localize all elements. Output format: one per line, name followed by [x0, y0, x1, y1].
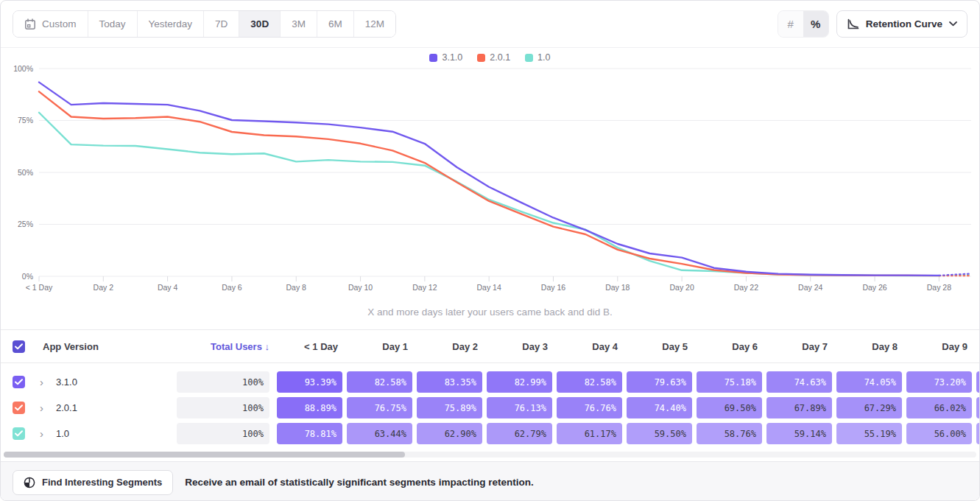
svg-text:50%: 50%: [18, 168, 33, 177]
footer-message: Receive an email of statistically signif…: [185, 477, 533, 488]
date-range-label: 30D: [250, 18, 269, 29]
retention-value-cell[interactable]: 76.13%: [487, 397, 552, 418]
day-column-headers: < 1 DayDay 1Day 2Day 3Day 4Day 5Day 6Day…: [277, 341, 976, 352]
toolbar: CustomTodayYesterday7D30D3M6M12M #% Rete…: [1, 1, 979, 48]
expand-chevron-icon[interactable]: ›: [40, 376, 50, 388]
retention-line-chart[interactable]: 0%25%50%75%100%< 1 DayDay 2Day 4Day 6Day…: [1, 48, 980, 329]
date-range-12m[interactable]: 12M: [353, 11, 395, 37]
date-range-7d[interactable]: 7D: [203, 11, 239, 37]
table-row: ›2.0.1100%88.89%76.75%75.89%76.13%76.76%…: [1, 395, 979, 421]
expand-chevron-icon[interactable]: ›: [40, 402, 50, 413]
retention-value-cell[interactable]: 69.50%: [697, 397, 762, 418]
retention-value-cell[interactable]: 76.76%: [557, 397, 622, 418]
retention-value-cell[interactable]: 82.99%: [487, 371, 552, 393]
total-users-cell: 100%: [177, 423, 269, 444]
retention-value-cell[interactable]: 88.89%: [277, 397, 342, 418]
table-header: App Version Total Users ↓ < 1 DayDay 1Da…: [1, 329, 979, 363]
date-range-3m[interactable]: 3M: [280, 11, 317, 37]
expand-chevron-icon[interactable]: ›: [40, 428, 50, 439]
svg-text:Day 4: Day 4: [158, 283, 178, 292]
retention-value-cell[interactable]: 58.76%: [697, 423, 762, 444]
legend-item-2.0.1[interactable]: 2.0.1: [477, 52, 510, 63]
row-app-version: 3.1.0: [56, 376, 77, 388]
retention-value-cell[interactable]: 82.58%: [347, 371, 412, 393]
column-header-day: Day 7: [766, 341, 832, 352]
table-row: ›1.0100%78.81%63.44%62.90%62.79%61.17%59…: [1, 421, 979, 446]
row-checkbox[interactable]: [13, 402, 25, 414]
column-header-day: < 1 Day: [277, 341, 342, 352]
retention-value-cell[interactable]: 75.18%: [697, 371, 762, 393]
legend-swatch: [525, 54, 533, 62]
svg-text:Day 18: Day 18: [605, 283, 630, 292]
legend-label: 1.0: [537, 52, 550, 63]
retention-value-cell[interactable]: 78.81%: [277, 423, 342, 444]
retention-value-cell[interactable]: 55.19%: [836, 423, 902, 444]
retention-value-cell-clipped[interactable]: [976, 371, 980, 393]
column-header-total-users[interactable]: Total Users ↓: [177, 341, 269, 352]
date-range-label: Today: [99, 18, 126, 29]
retention-value-cell[interactable]: 63.44%: [347, 423, 412, 444]
date-range-custom[interactable]: Custom: [13, 11, 88, 37]
retention-value-cell[interactable]: 62.79%: [487, 423, 552, 444]
retention-value-cell[interactable]: 74.63%: [766, 371, 832, 393]
svg-text:Day 12: Day 12: [412, 283, 437, 292]
date-range-30d[interactable]: 30D: [239, 11, 280, 37]
legend-item-1.0[interactable]: 1.0: [525, 52, 550, 63]
retention-value-cell[interactable]: 79.63%: [627, 371, 692, 393]
retention-value-cell[interactable]: 67.29%: [836, 397, 902, 418]
date-range-label: Custom: [42, 18, 77, 29]
column-header-day: Day 3: [487, 341, 552, 352]
date-range-today[interactable]: Today: [88, 11, 137, 37]
svg-text:75%: 75%: [18, 116, 33, 125]
percent-mode-button[interactable]: %: [803, 11, 828, 37]
retention-value-cell-clipped[interactable]: [976, 423, 980, 444]
retention-value-cell[interactable]: 59.50%: [627, 423, 692, 444]
svg-text:Day 20: Day 20: [669, 283, 694, 292]
legend-label: 3.1.0: [442, 52, 462, 63]
chart-type-dropdown[interactable]: Retention Curve: [836, 10, 967, 38]
retention-value-cell[interactable]: 76.75%: [347, 397, 412, 418]
svg-text:Day 22: Day 22: [734, 283, 758, 292]
select-all-checkbox[interactable]: [13, 340, 25, 353]
svg-text:25%: 25%: [18, 220, 33, 228]
date-range-label: 12M: [365, 18, 384, 29]
date-range-6m[interactable]: 6M: [317, 11, 353, 37]
chart-legend: 3.1.02.0.11.0: [1, 52, 979, 63]
row-checkbox[interactable]: [13, 376, 25, 388]
row-checkbox[interactable]: [13, 427, 25, 440]
retention-value-cell[interactable]: 66.02%: [906, 397, 972, 418]
legend-swatch: [477, 54, 485, 62]
find-segments-button[interactable]: Find Interesting Segments: [13, 470, 173, 495]
retention-value-cell[interactable]: 56.00%: [906, 423, 972, 444]
date-range-label: 7D: [215, 18, 228, 29]
retention-value-cell-clipped[interactable]: [976, 397, 980, 418]
row-fixed-cols: ›3.1.0100%: [1, 371, 277, 393]
retention-value-cell[interactable]: 83.35%: [417, 371, 482, 393]
check-icon: [15, 343, 23, 350]
retention-value-cell[interactable]: 62.90%: [417, 423, 482, 444]
legend-label: 2.0.1: [490, 52, 510, 63]
svg-text:Day 28: Day 28: [927, 283, 951, 292]
retention-value-cell[interactable]: 74.05%: [836, 371, 902, 393]
retention-chart: 0%25%50%75%100%< 1 DayDay 2Day 4Day 6Day…: [1, 48, 979, 329]
retention-value-cell[interactable]: 59.14%: [766, 423, 832, 444]
retention-value-cell[interactable]: 82.58%: [557, 371, 622, 393]
value-mode-toggle: #%: [778, 10, 829, 38]
svg-text:Day 24: Day 24: [798, 283, 822, 292]
scrollbar-thumb[interactable]: [4, 452, 405, 458]
chart-subtitle: X and more days later your users came ba…: [1, 306, 979, 318]
absolute-mode-button[interactable]: #: [778, 11, 803, 37]
column-header-day: Day 5: [627, 341, 692, 352]
total-users-cell: 100%: [177, 397, 269, 418]
retention-value-cell[interactable]: 75.89%: [417, 397, 482, 418]
date-range-yesterday[interactable]: Yesterday: [137, 11, 204, 37]
retention-value-cell[interactable]: 74.40%: [627, 397, 692, 418]
retention-value-cell[interactable]: 73.20%: [906, 371, 972, 393]
svg-text:< 1 Day: < 1 Day: [26, 283, 53, 292]
retention-value-cell[interactable]: 61.17%: [557, 423, 622, 444]
legend-item-3.1.0[interactable]: 3.1.0: [429, 52, 462, 63]
row-app-version: 2.0.1: [56, 402, 77, 413]
retention-value-cell[interactable]: 67.89%: [766, 397, 832, 418]
retention-value-cell[interactable]: 93.39%: [277, 371, 342, 393]
retention-report-panel: CustomTodayYesterday7D30D3M6M12M #% Rete…: [0, 0, 980, 501]
